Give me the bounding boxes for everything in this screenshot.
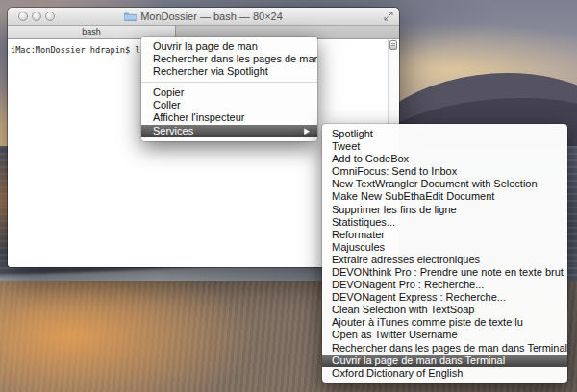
menu-item-label: Reformater <box>332 229 385 241</box>
menu-item-label: Ouvrir la page de man <box>153 40 258 53</box>
menu-item-label: Rechercher via Spotlight <box>153 65 268 78</box>
submenu-right-arrow-icon: ▶ <box>304 125 310 137</box>
submenu-item-open-man-page-terminal[interactable]: Ouvrir la page de man dans Terminal <box>322 355 567 367</box>
submenu-item-reformat[interactable]: Reformater <box>322 229 567 241</box>
folder-icon <box>124 12 137 21</box>
menu-item-label: Copier <box>153 86 184 99</box>
submenu-item-open-twitter-username[interactable]: Open as Twitter Username <box>322 330 567 342</box>
submenu-item-omnifocus-inbox[interactable]: OmniFocus: Send to Inbox <box>322 165 567 178</box>
scrollbar-thumb[interactable] <box>389 40 397 50</box>
submenu-item-statistics[interactable]: Statistiques... <box>322 216 567 229</box>
menu-item-show-inspector[interactable]: Afficher l'inspecteur <box>141 111 317 124</box>
menu-item-label: DEVONthink Pro : Prendre une note en tex… <box>332 266 564 279</box>
submenu-item-textsoap-clean[interactable]: Clean Selection with TextSoap <box>322 304 567 316</box>
submenu-item-spotlight[interactable]: Spotlight <box>322 128 567 140</box>
menu-item-label: Supprimer les fins de ligne <box>332 204 457 216</box>
submenu-item-devonagent-pro-search[interactable]: DEVONagent Pro : Recherche... <box>322 279 567 291</box>
submenu-item-devonagent-express-search[interactable]: DEVONagent Express : Recherche... <box>322 291 567 304</box>
menu-item-label: OmniFocus: Send to Inbox <box>332 165 457 178</box>
submenu-item-subethaedit-document[interactable]: Make New SubEthaEdit Document <box>322 190 567 203</box>
zoom-button[interactable] <box>45 12 55 21</box>
menu-item-label: Ajouter à iTunes comme piste de texte lu <box>332 316 523 329</box>
menu-item-label: Afficher l'inspecteur <box>153 111 244 124</box>
submenu-item-oxford-dictionary[interactable]: Oxford Dictionary of English <box>322 367 567 380</box>
terminal-prompt-text: iMac:MonDossier hdrapin$ l <box>11 45 140 55</box>
submenu-item-remove-line-endings[interactable]: Supprimer les fins de ligne <box>322 204 567 216</box>
window-title: MonDossier — bash — 80×24 <box>8 8 399 25</box>
services-submenu: Spotlight Tweet Add to CodeBox OmniFocus… <box>322 124 567 383</box>
submenu-item-extract-email-addresses[interactable]: Extraire adresses electroniques <box>322 254 567 266</box>
submenu-item-uppercase[interactable]: Majuscules <box>322 241 567 254</box>
menu-item-open-man-page[interactable]: Ouvrir la page de man <box>141 40 317 53</box>
submenu-item-search-man-pages-terminal[interactable]: Rechercher dans les pages de man dans Te… <box>322 342 567 355</box>
menu-item-paste[interactable]: Coller <box>141 99 317 111</box>
menu-item-label: Oxford Dictionary of English <box>332 367 463 380</box>
minimize-button[interactable] <box>32 12 41 21</box>
menu-item-label: Statistiques... <box>332 216 395 229</box>
menu-item-copy[interactable]: Copier <box>141 86 317 99</box>
menu-item-label: Services <box>153 125 193 137</box>
menu-item-search-man-pages[interactable]: Rechercher dans les pages de man <box>141 53 317 65</box>
menu-item-label: Add to CodeBox <box>332 153 409 165</box>
menu-item-label: Extraire adresses electroniques <box>332 254 480 266</box>
menu-item-label: Coller <box>153 99 181 111</box>
menu-separator <box>141 82 317 83</box>
submenu-item-add-to-codebox[interactable]: Add to CodeBox <box>322 153 567 165</box>
menu-item-label: DEVONagent Express : Recherche... <box>332 291 506 304</box>
submenu-item-tweet[interactable]: Tweet <box>322 140 567 153</box>
submenu-item-textwrangler-document[interactable]: New TextWrangler Document with Selection <box>322 178 567 190</box>
menu-item-search-spotlight[interactable]: Rechercher via Spotlight <box>141 65 317 78</box>
menu-item-label: Ouvrir la page de man dans Terminal <box>332 355 505 367</box>
context-menu: Ouvrir la page de man Rechercher dans le… <box>141 37 317 141</box>
menu-item-label: Tweet <box>332 140 360 153</box>
menu-item-label: Rechercher dans les pages de man dans Te… <box>332 342 567 355</box>
menu-item-label: Open as Twitter Username <box>332 330 458 342</box>
submenu-item-itunes-spoken-track[interactable]: Ajouter à iTunes comme piste de texte lu <box>322 316 567 329</box>
terminal-prompt-line: iMac:MonDossier hdrapin$ l <box>11 43 150 55</box>
window-controls <box>18 12 55 21</box>
menu-item-label: Rechercher dans les pages de man <box>153 53 317 65</box>
menu-item-label: New TextWrangler Document with Selection <box>332 178 538 190</box>
window-titlebar[interactable]: MonDossier — bash — 80×24 <box>8 8 399 26</box>
close-button[interactable] <box>18 12 28 21</box>
menu-item-label: DEVONagent Pro : Recherche... <box>332 279 484 291</box>
menu-item-label: Spotlight <box>332 128 373 140</box>
submenu-item-devonthink-pro-note[interactable]: DEVONthink Pro : Prendre une note en tex… <box>322 266 567 279</box>
menu-item-label: Clean Selection with TextSoap <box>332 304 474 316</box>
menu-item-label: Make New SubEthaEdit Document <box>332 190 494 203</box>
menu-item-services[interactable]: Services ▶ <box>141 125 317 137</box>
fullscreen-arrows-icon[interactable] <box>384 12 393 21</box>
menu-item-label: Majuscules <box>332 241 385 254</box>
window-title-text: MonDossier — bash — 80×24 <box>140 11 283 22</box>
